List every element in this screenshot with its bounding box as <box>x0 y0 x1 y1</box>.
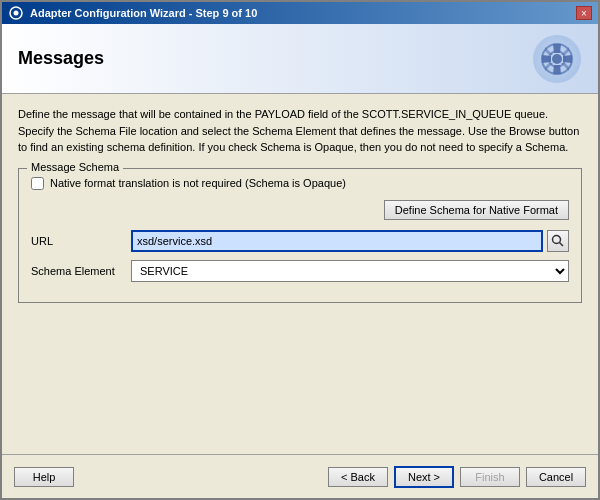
group-label: Message Schema <box>27 161 123 173</box>
footer-left: Help <box>14 467 328 487</box>
schema-element-select[interactable]: SERVICE <box>131 260 569 282</box>
cancel-button[interactable]: Cancel <box>526 467 586 487</box>
opaque-label[interactable]: Native format translation is not require… <box>50 177 346 189</box>
schema-element-row: Schema Element SERVICE <box>31 260 569 282</box>
svg-point-3 <box>552 54 562 64</box>
url-label: URL <box>31 235 131 247</box>
title-bar-text: Adapter Configuration Wizard - Step 9 of… <box>30 7 257 19</box>
schema-element-wrapper: SERVICE <box>131 260 569 282</box>
define-schema-button[interactable]: Define Schema for Native Format <box>384 200 569 220</box>
url-browse-button[interactable] <box>547 230 569 252</box>
back-button[interactable]: < Back <box>328 467 388 487</box>
url-row: URL <box>31 230 569 252</box>
wizard-icon <box>8 5 24 21</box>
opaque-checkbox-row: Native format translation is not require… <box>31 177 569 190</box>
define-schema-row: Define Schema for Native Format <box>31 200 569 220</box>
footer-right: < Back Next > Finish Cancel <box>328 466 586 488</box>
page-title: Messages <box>18 48 104 69</box>
message-schema-group: Message Schema Native format translation… <box>18 168 582 303</box>
svg-point-1 <box>14 11 19 16</box>
title-bar: Adapter Configuration Wizard - Step 9 of… <box>2 2 598 24</box>
next-button[interactable]: Next > <box>394 466 454 488</box>
content-area: Define the message that will be containe… <box>2 94 598 454</box>
main-window: Adapter Configuration Wizard - Step 9 of… <box>0 0 600 500</box>
description-text: Define the message that will be containe… <box>18 106 582 156</box>
finish-button[interactable]: Finish <box>460 467 520 487</box>
url-input[interactable] <box>131 230 543 252</box>
opaque-checkbox[interactable] <box>31 177 44 190</box>
header-banner: Messages <box>2 24 598 94</box>
close-button[interactable]: × <box>576 6 592 20</box>
svg-line-7 <box>560 242 564 246</box>
header-gear-icon <box>532 34 582 84</box>
search-icon <box>551 234 565 248</box>
url-field-wrapper <box>131 230 569 252</box>
svg-point-6 <box>553 235 561 243</box>
footer: Help < Back Next > Finish Cancel <box>2 454 598 498</box>
schema-element-label: Schema Element <box>31 265 131 277</box>
help-button[interactable]: Help <box>14 467 74 487</box>
